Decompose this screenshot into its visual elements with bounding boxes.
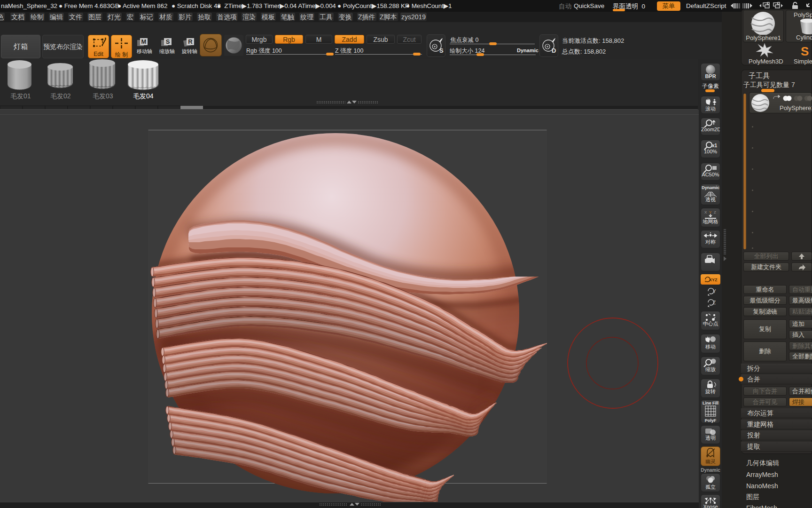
svg-text:XYZ: XYZ (709, 278, 718, 282)
svg-text:Y: Y (709, 210, 712, 214)
svg-text:R: R (188, 38, 193, 45)
svg-text:Z: Z (714, 210, 716, 214)
svg-text:D: D (552, 47, 556, 54)
svg-text:S: S (801, 44, 809, 57)
svg-text:毛发04: 毛发04 (133, 92, 154, 100)
svg-text:毛发01: 毛发01 (10, 92, 31, 100)
svg-text:X: X (704, 210, 707, 214)
svg-text:毛发03: 毛发03 (93, 92, 113, 100)
svg-text:Z: Z (713, 300, 716, 305)
svg-text:x1: x1 (712, 143, 718, 148)
svg-text:毛发02: 毛发02 (50, 92, 71, 100)
svg-text:Y: Y (713, 289, 716, 294)
svg-text:M: M (141, 38, 147, 45)
svg-text:S: S (166, 38, 170, 45)
svg-text:S: S (439, 47, 444, 54)
